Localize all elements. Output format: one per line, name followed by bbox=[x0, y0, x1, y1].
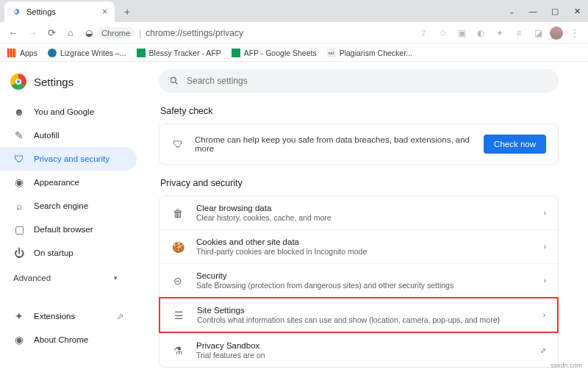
sidebar-item-privacy-security[interactable]: 🛡Privacy and security bbox=[0, 147, 137, 171]
sidebar-item-extensions[interactable]: ✦ Extensions ⬀ bbox=[0, 304, 137, 328]
row-site-settings[interactable]: ☰ Site SettingsControls what information… bbox=[159, 297, 559, 333]
sidebar-item-autofill[interactable]: ✎Autofill bbox=[0, 124, 137, 147]
bookmark-item[interactable]: AFP - Google Sheets bbox=[232, 49, 317, 57]
privacy-security-label: Privacy and security bbox=[160, 178, 559, 188]
sheets-icon bbox=[137, 49, 146, 57]
open-in-new-icon: ⬀ bbox=[117, 312, 123, 321]
safety-check-label: Safety check bbox=[160, 106, 559, 116]
extensions-button[interactable]: ✦ bbox=[492, 26, 507, 40]
search-icon: ⌕ bbox=[13, 200, 25, 212]
browser-tab[interactable]: Settings × bbox=[4, 1, 115, 22]
new-tab-button[interactable]: + bbox=[119, 4, 135, 20]
settings-search[interactable] bbox=[159, 69, 559, 93]
privacy-security-card: 🗑 Clear browsing dataClear history, cook… bbox=[159, 196, 559, 368]
extension-icon[interactable]: ≡ bbox=[512, 26, 526, 40]
row-security[interactable]: ⊝ SecuritySafe Browsing (protection from… bbox=[159, 263, 558, 297]
sidebar-item-default-browser[interactable]: ▢Default browser bbox=[0, 218, 137, 241]
reading-list-button[interactable]: ◪ bbox=[531, 26, 545, 40]
check-now-button[interactable]: Check now bbox=[484, 135, 546, 154]
row-cookies[interactable]: 🍪 Cookies and other site dataThird-party… bbox=[159, 229, 558, 263]
forward-button[interactable]: → bbox=[25, 26, 40, 40]
trash-icon: 🗑 bbox=[171, 207, 184, 219]
shield-icon: 🛡 bbox=[13, 153, 25, 165]
bookmarks-bar: Apps Lizgrace Writes –... Blessy Tracker… bbox=[0, 44, 588, 62]
shield-check-icon: 🛡 bbox=[171, 138, 184, 150]
settings-title: Settings bbox=[34, 76, 74, 88]
bookmark-item[interactable]: Lizgrace Writes –... bbox=[48, 49, 126, 57]
sidebar-advanced-toggle[interactable]: Advanced ▾ bbox=[0, 265, 131, 291]
sidebar-item-you-and-google[interactable]: ☻You and Google bbox=[0, 100, 137, 124]
chrome-icon: ◉ bbox=[13, 334, 25, 346]
sidebar-item-search-engine[interactable]: ⌕Search engine bbox=[0, 194, 137, 218]
autofill-icon: ✎ bbox=[13, 129, 25, 141]
cookie-icon: 🍪 bbox=[171, 241, 184, 253]
title-bar: Settings × + ⌄ — ▢ ✕ bbox=[0, 0, 588, 22]
url-text: chrome://settings/privacy bbox=[146, 28, 243, 38]
apps-icon bbox=[7, 49, 16, 57]
safety-check-text: Chrome can help keep you safe from data … bbox=[195, 135, 473, 153]
chevron-right-icon: › bbox=[544, 276, 546, 285]
window-close-button[interactable]: ✕ bbox=[566, 0, 588, 22]
settings-sidebar: Settings ☻You and Google ✎Autofill 🛡Priv… bbox=[0, 62, 144, 372]
person-icon: ☻ bbox=[13, 106, 25, 118]
address-bar: ← → ⟳ ⌂ ◒ Chrome | chrome://settings/pri… bbox=[0, 22, 588, 44]
svg-line-1 bbox=[175, 82, 177, 84]
browser-icon: ▢ bbox=[13, 223, 25, 235]
search-icon bbox=[169, 76, 179, 86]
row-clear-browsing-data[interactable]: 🗑 Clear browsing dataClear history, cook… bbox=[159, 196, 558, 229]
sheets-icon bbox=[232, 49, 240, 57]
minimize-button[interactable]: — bbox=[522, 0, 544, 22]
security-icon: ⊝ bbox=[171, 275, 184, 287]
chrome-logo-icon bbox=[10, 74, 26, 90]
bookmark-item[interactable]: sstPlagiarism Checker... bbox=[327, 49, 412, 57]
flask-icon: ⚗ bbox=[171, 345, 184, 357]
site-chip: Chrome bbox=[97, 27, 135, 39]
safety-check-card: 🛡 Chrome can help keep you safe from dat… bbox=[159, 124, 559, 165]
svg-point-0 bbox=[171, 77, 176, 82]
open-in-new-icon: ⬀ bbox=[540, 346, 546, 354]
back-button[interactable]: ← bbox=[6, 26, 21, 40]
tab-close-button[interactable]: × bbox=[102, 7, 107, 17]
omnibox[interactable]: ◒ Chrome | chrome://settings/privacy bbox=[85, 24, 409, 42]
maximize-button[interactable]: ▢ bbox=[544, 0, 566, 22]
wordpress-icon bbox=[48, 49, 57, 57]
site-icon: sst bbox=[327, 49, 336, 57]
power-icon: ⏻ bbox=[13, 247, 25, 259]
tune-icon: ☰ bbox=[172, 310, 185, 321]
home-button[interactable]: ⌂ bbox=[63, 26, 78, 40]
chevron-right-icon: › bbox=[544, 209, 546, 217]
row-privacy-sandbox[interactable]: ⚗ Privacy SandboxTrial features are on ⬀ bbox=[159, 333, 558, 367]
globe-icon: ◒ bbox=[85, 28, 93, 38]
tab-title: Settings bbox=[26, 7, 96, 16]
extension-icon: ✦ bbox=[13, 310, 25, 322]
settings-main: Safety check 🛡 Chrome can help keep you … bbox=[144, 62, 588, 372]
reload-button[interactable]: ⟳ bbox=[44, 26, 59, 40]
search-input[interactable] bbox=[187, 76, 548, 86]
source-credit: ssxdn.com bbox=[551, 362, 582, 369]
appearance-icon: ◉ bbox=[13, 176, 25, 188]
bookmark-item[interactable]: Blessy Tracker - AFP bbox=[137, 49, 221, 57]
chevron-right-icon: › bbox=[543, 311, 545, 319]
chevron-down-icon: ▾ bbox=[114, 274, 118, 282]
gear-icon bbox=[12, 7, 21, 16]
profile-avatar[interactable] bbox=[550, 26, 563, 40]
menu-button[interactable]: ⋮ bbox=[567, 26, 582, 40]
extension-icon[interactable]: ▣ bbox=[454, 26, 469, 40]
chevron-right-icon: › bbox=[544, 243, 546, 251]
sidebar-item-about-chrome[interactable]: ◉ About Chrome bbox=[0, 328, 137, 351]
tab-search-button[interactable]: ⌄ bbox=[501, 7, 522, 15]
extension-icon[interactable]: ◐ bbox=[473, 26, 488, 40]
bookmark-apps[interactable]: Apps bbox=[7, 49, 37, 57]
star-button[interactable]: ☆ bbox=[435, 26, 450, 40]
share-button[interactable]: ⇪ bbox=[416, 26, 431, 40]
sidebar-item-appearance[interactable]: ◉Appearance bbox=[0, 171, 137, 194]
sidebar-item-on-startup[interactable]: ⏻On startup bbox=[0, 241, 137, 265]
